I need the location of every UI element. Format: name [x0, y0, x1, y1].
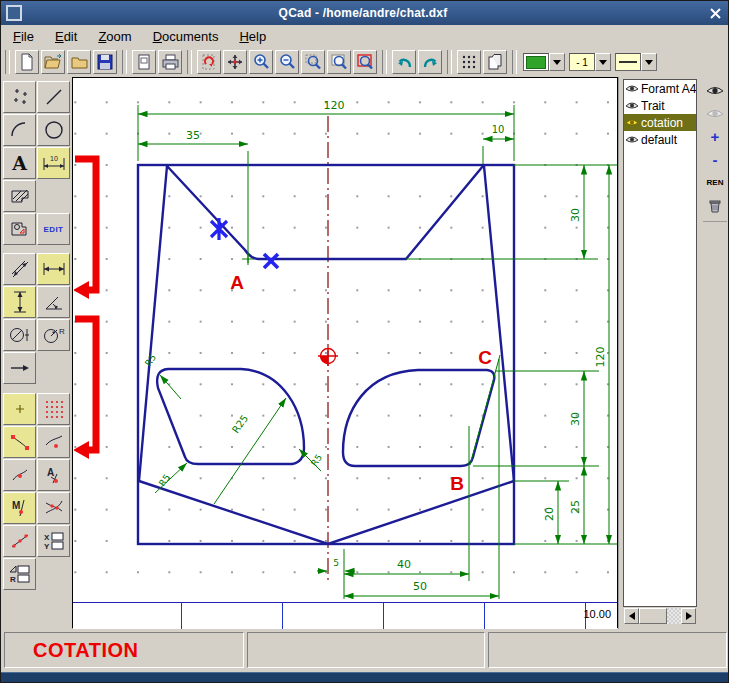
- layer-show-button[interactable]: [702, 79, 728, 102]
- views-icon: [486, 53, 504, 71]
- layer-delete-button[interactable]: [702, 194, 728, 217]
- tool-dimension[interactable]: 10: [37, 147, 70, 179]
- tool-snap-distance[interactable]: [3, 525, 36, 557]
- line-style-dropdown-arrow[interactable]: [641, 53, 657, 71]
- layer-row-default[interactable]: default: [624, 131, 696, 148]
- redo-button[interactable]: [418, 50, 442, 74]
- tool-coord-xy[interactable]: X Y: [37, 525, 70, 557]
- layer-scrollbar[interactable]: [624, 608, 696, 624]
- tool-dim-angular[interactable]: [37, 286, 70, 318]
- tool-part[interactable]: [3, 213, 36, 245]
- dim-horizontal-icon: [41, 258, 67, 280]
- color-dropdown-arrow[interactable]: [549, 53, 565, 71]
- eye-icon: [625, 134, 639, 145]
- tool-dim-aligned[interactable]: [3, 253, 36, 285]
- line-style-dropdown[interactable]: [615, 53, 657, 71]
- tool-snap-free[interactable]: [3, 393, 36, 425]
- tool-snap-middle[interactable]: M: [3, 492, 36, 524]
- layer-remove-button[interactable]: -: [702, 148, 728, 171]
- title-bar[interactable]: QCad - /home/andre/chat.dxf: [1, 1, 729, 25]
- dim-diametric-icon: [8, 324, 32, 346]
- scroll-left-icon[interactable]: [624, 608, 639, 624]
- line-width-dropdown[interactable]: - 1: [569, 53, 611, 71]
- zoom-previous-button[interactable]: [353, 50, 377, 74]
- zoom-auto-button[interactable]: [327, 50, 351, 74]
- tool-snap-center[interactable]: [3, 459, 36, 491]
- close-x-glyph: [710, 8, 721, 19]
- color-dropdown[interactable]: [523, 53, 565, 71]
- tool-snap-onentity[interactable]: [37, 426, 70, 458]
- scroll-thumb[interactable]: [639, 608, 667, 624]
- tool-snap-grid[interactable]: [37, 393, 70, 425]
- line-icon: [43, 86, 65, 108]
- layer-add-button[interactable]: +: [702, 125, 728, 148]
- zoom-auto-icon: [330, 53, 348, 71]
- pan-zoom-icon: [226, 53, 244, 71]
- tool-edit[interactable]: EDIT: [37, 213, 70, 245]
- part-icon: [9, 218, 31, 240]
- save-button[interactable]: [93, 50, 117, 74]
- zoom-out-button[interactable]: [275, 50, 299, 74]
- zoom-pointer-button[interactable]: [223, 50, 247, 74]
- layer-hide-button[interactable]: [702, 102, 728, 125]
- menu-file[interactable]: File: [4, 27, 43, 46]
- scroll-track[interactable]: [667, 608, 681, 624]
- grid-icon: [460, 53, 478, 71]
- views-button[interactable]: [483, 50, 507, 74]
- layer-row-trait[interactable]: Trait: [624, 97, 696, 114]
- tool-dim-radial[interactable]: R: [37, 319, 70, 351]
- menu-documents[interactable]: Documents: [144, 27, 228, 46]
- print-preview-button[interactable]: [132, 50, 156, 74]
- dim-nose-offset: 5: [333, 558, 339, 568]
- layer-name: Foramt A4: [641, 82, 696, 96]
- layer-list[interactable]: Foramt A4 Trait cotation default: [623, 79, 697, 607]
- tool-snap-intersection[interactable]: [37, 492, 70, 524]
- tool-dim-diametric[interactable]: [3, 319, 36, 351]
- line-width-dropdown-arrow[interactable]: [595, 53, 611, 71]
- layer-row-format[interactable]: Foramt A4: [624, 80, 696, 97]
- tool-line[interactable]: [37, 81, 70, 113]
- tool-coord-polar[interactable]: R: [3, 558, 36, 590]
- zoom-out-icon: [278, 53, 296, 71]
- tool-circle[interactable]: [37, 114, 70, 146]
- dim-top-width: 120: [324, 99, 345, 112]
- undo-button[interactable]: [392, 50, 416, 74]
- tool-dim-horizontal[interactable]: [37, 253, 70, 285]
- redraw-button[interactable]: [197, 50, 221, 74]
- window-menu-icon[interactable]: [6, 5, 22, 21]
- line-width-text: - 1: [576, 57, 588, 68]
- tool-snap-endpoint[interactable]: [3, 426, 36, 458]
- print-button[interactable]: [158, 50, 182, 74]
- tool-leader[interactable]: [3, 352, 36, 384]
- toolbar-separator: [512, 50, 517, 74]
- scroll-right-icon[interactable]: [681, 608, 696, 624]
- grid-toggle-button[interactable]: [457, 50, 481, 74]
- main-toolbar: - 1: [1, 47, 729, 77]
- zoom-in-button[interactable]: [249, 50, 273, 74]
- layer-rename-button[interactable]: REN: [702, 171, 728, 194]
- folder-button[interactable]: [67, 50, 91, 74]
- show-eye-icon: [706, 84, 724, 97]
- tool-text[interactable]: A: [3, 147, 36, 179]
- eye-icon: [625, 100, 639, 111]
- tool-points[interactable]: [3, 81, 36, 113]
- close-icon[interactable]: [704, 4, 726, 22]
- menu-edit[interactable]: Edit: [46, 27, 86, 46]
- coord-xy-icon: X Y: [42, 530, 66, 552]
- tool-snap-auto[interactable]: A: [37, 459, 70, 491]
- snap-free-icon: [9, 398, 31, 420]
- toolbar-separator: [447, 50, 452, 74]
- tool-dim-vertical[interactable]: [3, 286, 36, 318]
- status-mode-text: COTATION: [33, 639, 138, 662]
- zoom-window-button[interactable]: [301, 50, 325, 74]
- new-file-button[interactable]: [15, 50, 39, 74]
- layer-row-cotation[interactable]: cotation: [624, 114, 696, 131]
- menu-help[interactable]: Help: [230, 27, 275, 46]
- open-file-button[interactable]: [41, 50, 65, 74]
- folder-icon: [70, 53, 89, 71]
- tool-arc[interactable]: [3, 114, 36, 146]
- tool-hatch[interactable]: [3, 180, 36, 212]
- hide-eye-icon: [706, 107, 724, 120]
- save-icon: [96, 53, 114, 71]
- menu-zoom[interactable]: Zoom: [89, 27, 140, 46]
